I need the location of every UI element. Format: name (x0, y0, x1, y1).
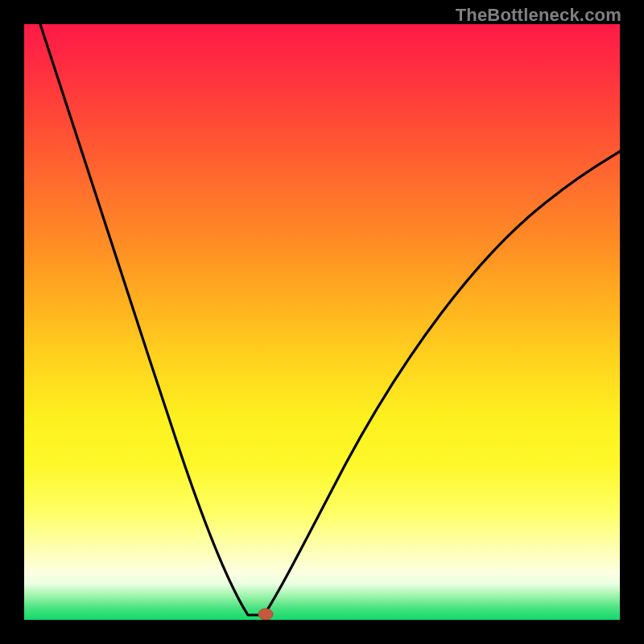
chart-stage: TheBottleneck.com (0, 0, 644, 644)
minimum-marker (258, 609, 273, 620)
curve-right-branch (264, 151, 620, 615)
attribution-label: TheBottleneck.com (456, 5, 621, 26)
plot-area (24, 24, 620, 620)
curve-layer (24, 24, 620, 620)
curve-left-branch (40, 24, 262, 615)
